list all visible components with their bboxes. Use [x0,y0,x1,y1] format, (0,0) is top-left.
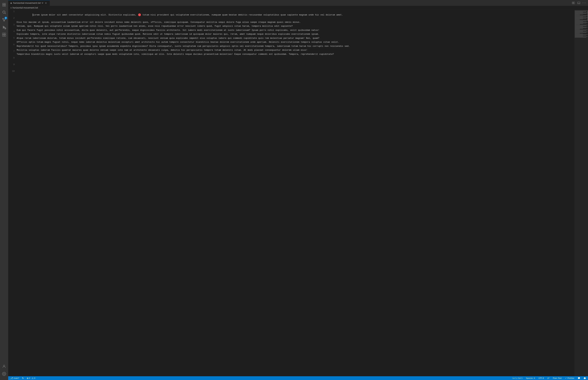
encoding-item[interactable]: UTF-8 [538,376,545,380]
status-bar: ⎇ main* ↻ ⊗ 0 ⚠ 0 Ln 1, Col [8,376,588,380]
svg-marker-10 [3,26,5,29]
svg-rect-1 [4,3,6,5]
minimap-line [575,17,588,18]
minimap-line [575,31,583,32]
code-line-7[interactable]: Officiis optio totam magni fugiat nihil,… [17,40,572,44]
sync-item[interactable]: ↻ [21,376,25,380]
run-debug-icon[interactable] [1,24,7,31]
minimap-line [575,32,586,33]
breadcrumb-filename[interactable]: horizontal-movement.txt [13,7,38,9]
editor-area: 1 2 3 4 5 6 7 8 9 10 Lorem ipsum dolor s… [8,10,588,376]
minimap-line [575,29,580,29]
svg-line-5 [5,13,6,14]
minimap-line [575,35,586,36]
source-control-icon[interactable]: 7 [1,16,7,23]
formatter-item[interactable]: ✓ Prettier [564,376,575,380]
minimap-line [575,16,586,17]
extensions-icon[interactable] [1,31,7,38]
minimap-line [575,15,588,16]
minimap-line [575,15,580,15]
minimap-line [575,17,583,17]
minimap-line [575,34,583,34]
minimap-line [575,19,580,20]
breadcrumb-file-icon: ≡ [10,7,12,9]
line-ending-item[interactable]: LF [547,376,550,380]
search-icon[interactable] [1,9,7,16]
code-line-8[interactable]: Reprehenderit hic quod necessitatibus? T… [17,45,572,48]
feedback-item[interactable] [577,376,581,380]
tab-modified-indicator: U [42,2,43,4]
tab-close-button[interactable]: × [44,1,48,5]
line-number-6: 6 [8,43,15,46]
line-numbers-area: 1 2 3 4 5 6 7 8 9 10 Lorem ipsum dolor s… [8,10,574,73]
svg-point-18 [3,365,5,366]
minimap-line [575,18,586,19]
minimap-line [575,23,586,23]
errors-warnings-item[interactable]: ⊗ 0 ⚠ 0 [26,376,36,380]
code-line-9[interactable]: Mollitia voluptas laborum facilis quaera… [17,48,572,52]
code-line-1[interactable]: Lorem ipsum dolor sit amet consectetur a… [17,10,572,20]
minimap-line [575,19,583,19]
minimap [574,10,588,376]
code-line-2[interactable]: Eius hic maxime ut ipsum, accusantium la… [17,20,572,24]
tab-label: horizontal-movement.txt [13,2,41,4]
svg-point-6 [3,18,3,19]
editor-content[interactable]: 1 2 3 4 5 6 7 8 9 10 Lorem ipsum dolor s… [8,10,574,376]
minimap-line [575,36,583,36]
language-mode-item[interactable]: Plain Text [552,376,562,380]
formatter-icon: ✓ [565,377,567,379]
code-line-4[interactable]: Eum qui facere fugit possimus nihil accu… [17,29,572,32]
minimap-line [575,28,586,28]
git-branch-label: main* [14,377,19,379]
notifications-item[interactable] [583,376,587,380]
svg-rect-14 [2,33,4,35]
toggle-panel-button[interactable] [576,0,581,5]
minimap-line [575,25,586,26]
minimap-line [575,25,588,25]
git-branch-item[interactable]: ⎇ main* [10,376,20,380]
svg-point-19 [3,373,5,374]
activity-bar-top: 7 [1,1,7,363]
line-number-7: 7 [8,50,15,53]
encoding-label: UTF-8 [538,377,544,379]
svg-rect-24 [578,2,580,4]
indentation-item[interactable]: Spaces: 4 [525,376,536,380]
minimap-line [575,37,586,38]
code-line-10[interactable]: Temporibus blanditiis magni iusto velit … [17,53,572,56]
svg-rect-16 [2,35,4,37]
line-number-10: 10 [8,70,15,73]
status-left: ⎇ main* ↻ ⊗ 0 ⚠ 0 [10,376,36,380]
source-control-badge: 7 [4,17,7,19]
minimap-line [575,22,588,23]
settings-icon[interactable] [1,370,7,377]
cursor-position-item[interactable]: Ln 1, Col 1 [512,376,523,380]
minimap-line [575,34,588,35]
cursor-position: Ln 1, Col 1 [513,377,523,379]
line-number-1: 1 [8,10,15,13]
tab-horizontal-movement[interactable]: ≡ horizontal-movement.txt U × [8,0,50,6]
tab-file-icon: ≡ [10,2,12,4]
notifications-icon [584,377,586,379]
code-line-3[interactable]: Veniam, quo. Numquam qui voluptate ullam… [17,24,572,28]
more-actions-button[interactable]: ··· [582,0,587,5]
minimap-line [575,13,588,13]
minimap-line [575,30,588,30]
minimap-line [575,28,583,29]
activity-bar-bottom [1,363,7,379]
minimap-line [575,27,588,27]
minimap-line [575,37,588,37]
minimap-line [575,23,583,24]
line-number-5: 5 [8,37,15,40]
warning-count: 0 [34,377,35,379]
account-icon[interactable] [1,363,7,370]
minimap-line [575,11,588,11]
code-line-6[interactable]: Atque rerum laboriosam dolorum, totam mi… [17,37,572,40]
code-line-5[interactable]: Explicabo tempora, iste atque ratione di… [17,33,572,36]
minimap-line [575,11,586,12]
code-lines[interactable]: Lorem ipsum dolor sit amet consectetur a… [17,10,574,73]
explorer-icon[interactable] [1,1,7,8]
line-ending-label: LF [547,377,549,379]
minimap-line [575,21,583,22]
git-branch-icon: ⎇ [10,377,13,380]
split-editor-button[interactable] [571,0,576,5]
